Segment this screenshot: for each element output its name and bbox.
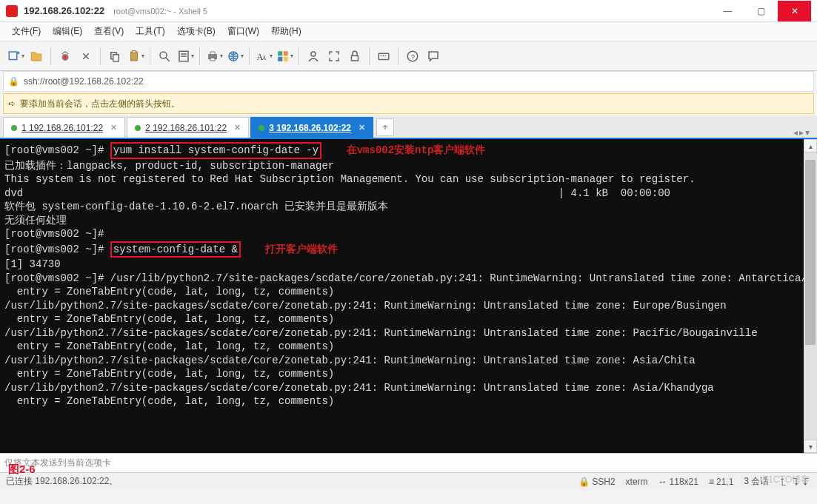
svg-rect-7 bbox=[132, 50, 136, 53]
svg-rect-25 bbox=[379, 53, 389, 59]
globe-icon[interactable]: ▾ bbox=[225, 47, 244, 66]
scroll-track[interactable] bbox=[804, 152, 817, 440]
close-tab-icon[interactable]: ✕ bbox=[234, 123, 241, 132]
highlight-cmd1: yum install system-config-date -y bbox=[110, 142, 321, 159]
status-dot-icon bbox=[11, 125, 17, 131]
comment-icon[interactable] bbox=[424, 47, 443, 66]
keyboard-icon[interactable] bbox=[374, 47, 393, 66]
close-tab-icon[interactable]: ✕ bbox=[110, 123, 117, 132]
menu-view[interactable]: 查看(V) bbox=[88, 22, 130, 41]
figure-label: 图2-6 bbox=[6, 462, 38, 477]
new-session-icon[interactable]: ▾ bbox=[6, 47, 25, 66]
svg-rect-19 bbox=[278, 51, 282, 56]
app-icon bbox=[6, 5, 18, 17]
separator bbox=[100, 47, 101, 65]
session-tab-2[interactable]: 2 192.168.26.101:22✕ bbox=[127, 117, 249, 138]
svg-rect-0 bbox=[9, 52, 17, 60]
menu-tabs[interactable]: 选项卡(B) bbox=[171, 22, 221, 41]
status-dot-icon bbox=[259, 125, 264, 131]
svg-rect-14 bbox=[210, 52, 215, 55]
menu-edit[interactable]: 编辑(E) bbox=[47, 22, 88, 41]
svg-text:A: A bbox=[262, 54, 267, 61]
tab-nav: ◂ ▸ ▾ bbox=[793, 127, 814, 138]
window-subtitle: root@vms002:~ - Xshell 5 bbox=[113, 7, 207, 16]
watermark: 51CTO博客 bbox=[764, 474, 810, 486]
status-bar: 已连接 192.168.26.102:22。 🔒 SSH2 xterm ↔ 11… bbox=[0, 472, 817, 490]
svg-point-8 bbox=[160, 52, 167, 58]
hint-bar: ➪ 要添加当前会话，点击左侧的箭头按钮。 bbox=[3, 93, 814, 114]
separator bbox=[199, 47, 200, 65]
session-tab-1[interactable]: 1 192.168.26.101:22✕ bbox=[3, 117, 125, 138]
scroll-up-icon[interactable]: ▴ bbox=[804, 139, 817, 152]
tool-bar: ▾ ▾ ▾ ▾ ▾ AA▾ ▾ ? bbox=[0, 41, 817, 71]
svg-rect-21 bbox=[278, 56, 282, 61]
annotation-2: 打开客户端软件 bbox=[265, 243, 338, 255]
title-bar: 192.168.26.102:22 root@vms002:~ - Xshell… bbox=[0, 0, 817, 22]
tab-bar: 1 192.168.26.101:22✕ 2 192.168.26.101:22… bbox=[0, 115, 817, 139]
close-button[interactable]: ✕ bbox=[778, 1, 811, 21]
separator bbox=[249, 47, 250, 65]
status-cursor: ≡ 21,1 bbox=[709, 477, 733, 487]
copy-icon[interactable] bbox=[105, 47, 124, 66]
separator bbox=[150, 47, 150, 65]
svg-rect-22 bbox=[283, 56, 287, 61]
properties-icon[interactable]: ▾ bbox=[176, 47, 195, 66]
tab-label: 1 192.168.26.101:22 bbox=[21, 123, 103, 133]
tab-label: 3 192.168.26.102:22 bbox=[269, 123, 351, 133]
separator bbox=[398, 47, 399, 65]
status-ssh: 🔒 SSH2 bbox=[578, 477, 615, 487]
terminal-area: [root@vms002 ~]# yum install system-conf… bbox=[0, 139, 817, 453]
open-icon[interactable] bbox=[27, 47, 46, 66]
tab-list-icon[interactable]: ▾ bbox=[805, 127, 810, 138]
session-tab-3[interactable]: 3 192.168.26.102:22✕ bbox=[250, 117, 373, 138]
tab-label: 2 192.168.26.101:22 bbox=[145, 123, 227, 133]
scrollbar[interactable]: ▴ ▾ bbox=[804, 139, 817, 453]
svg-point-23 bbox=[311, 52, 316, 56]
scroll-down-icon[interactable]: ▾ bbox=[804, 440, 817, 453]
menu-help[interactable]: 帮助(H) bbox=[265, 22, 307, 41]
address-bar[interactable]: 🔒 ssh://root@192.168.26.102:22 bbox=[3, 71, 814, 92]
separator bbox=[50, 47, 51, 65]
hint-text: 要添加当前会话，点击左侧的箭头按钮。 bbox=[20, 98, 180, 110]
tab-next-icon[interactable]: ▸ bbox=[799, 127, 804, 138]
compose-bar[interactable]: 仅将文本发送到当前选项卡 bbox=[0, 453, 817, 472]
menu-file[interactable]: 文件(F) bbox=[6, 22, 47, 41]
scroll-thumb[interactable] bbox=[805, 160, 816, 345]
find-icon[interactable] bbox=[155, 47, 174, 66]
paste-icon[interactable]: ▾ bbox=[126, 47, 145, 66]
window-title: 192.168.26.102:22 bbox=[24, 5, 104, 16]
help-icon[interactable]: ? bbox=[403, 47, 422, 66]
minimize-button[interactable]: — bbox=[711, 1, 744, 21]
svg-point-3 bbox=[62, 54, 68, 60]
highlight-cmd2: system-config-date & bbox=[110, 241, 241, 258]
menu-bar: 文件(F) 编辑(E) 查看(V) 工具(T) 选项卡(B) 窗口(W) 帮助(… bbox=[0, 22, 817, 41]
svg-rect-5 bbox=[113, 54, 119, 61]
user-icon[interactable] bbox=[304, 47, 323, 66]
menu-window[interactable]: 窗口(W) bbox=[221, 22, 265, 41]
separator bbox=[369, 47, 370, 65]
address-text: ssh://root@192.168.26.102:22 bbox=[24, 76, 144, 87]
terminal[interactable]: [root@vms002 ~]# yum install system-conf… bbox=[0, 139, 804, 453]
print-icon[interactable]: ▾ bbox=[204, 47, 224, 66]
svg-rect-15 bbox=[210, 58, 215, 61]
color-icon[interactable]: ▾ bbox=[275, 47, 294, 66]
svg-rect-20 bbox=[283, 51, 287, 56]
status-term: xterm bbox=[626, 477, 648, 487]
reconnect-icon[interactable] bbox=[56, 47, 75, 66]
status-size: ↔ 118x21 bbox=[658, 477, 698, 487]
font-icon[interactable]: AA▾ bbox=[254, 47, 273, 66]
separator bbox=[299, 47, 299, 65]
svg-text:?: ? bbox=[411, 52, 416, 60]
add-tab-button[interactable]: + bbox=[376, 118, 394, 136]
fullscreen-icon[interactable] bbox=[324, 47, 344, 66]
tab-prev-icon[interactable]: ◂ bbox=[793, 127, 798, 138]
lock-small-icon: 🔒 bbox=[8, 76, 19, 87]
annotation-1: 在vms002安装ntp客户端软件 bbox=[347, 144, 486, 156]
menu-tools[interactable]: 工具(T) bbox=[130, 22, 170, 41]
maximize-button[interactable]: ▢ bbox=[744, 1, 778, 21]
arrow-icon[interactable]: ➪ bbox=[8, 98, 16, 109]
status-dot-icon bbox=[135, 125, 141, 131]
disconnect-icon[interactable] bbox=[76, 47, 96, 66]
close-tab-icon[interactable]: ✕ bbox=[359, 123, 365, 132]
lock-icon[interactable] bbox=[345, 47, 364, 66]
